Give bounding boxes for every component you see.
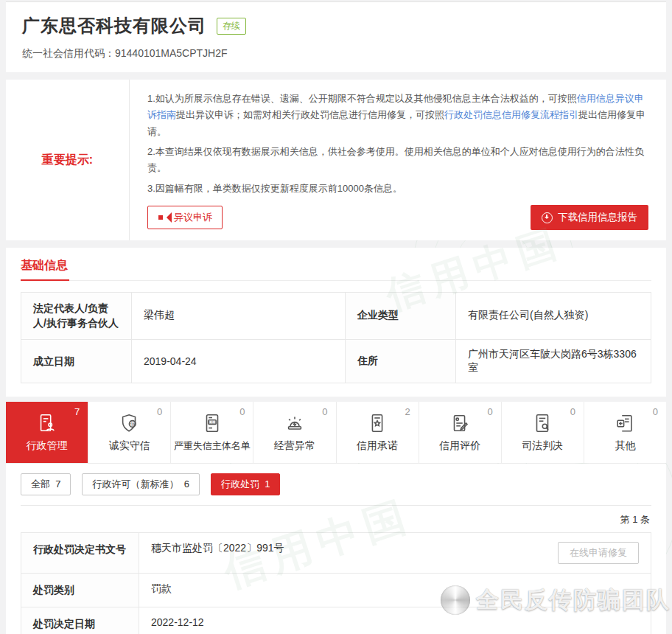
basic-info-title: 基础信息	[21, 259, 68, 271]
legal-rep-value: 梁伟超	[132, 293, 346, 340]
record-index: 第 1 条	[21, 506, 651, 532]
blacklist-icon: 失信人	[201, 412, 223, 434]
address-value: 广州市天河区车陂大岗路6号3栋3306室	[456, 339, 651, 383]
megaphone-icon	[158, 212, 169, 223]
table-row: 法定代表人/负责人/执行事务合伙人 梁伟超 企业类型 有限责任公司(自然人独资)	[21, 293, 651, 340]
tab-admin-management[interactable]: 7 行政管理	[6, 402, 88, 463]
download-icon	[542, 212, 553, 223]
founding-date-value: 2019-04-24	[132, 339, 346, 383]
table-row: 行政处罚决定书文号 穗天市监处罚〔2022〕991号 在线申请修复	[21, 532, 651, 573]
online-repair-button[interactable]: 在线申请修复	[558, 542, 639, 564]
status-badge: 存续	[217, 18, 246, 35]
basic-info-section: 基础信息 法定代表人/负责人/执行事务合伙人 梁伟超 企业类型 有限责任公司(自…	[6, 248, 666, 397]
subtab-admin-license[interactable]: 行政许可（新标准） 6	[82, 473, 199, 495]
company-type-label: 企业类型	[346, 293, 456, 340]
subtab-all[interactable]: 全部 7	[21, 473, 71, 495]
table-row: 处罚决定日期 2022-12-12	[21, 607, 651, 634]
penalty-date-value: 2022-12-12	[139, 607, 651, 634]
address-label: 住所	[346, 339, 456, 383]
table-row: 成立日期 2019-04-24 住所 广州市天河区车陂大岗路6号3栋3306室	[21, 339, 651, 383]
penalty-type-value: 罚款	[139, 573, 651, 607]
subtab-row: 全部 7 行政许可（新标准） 6 行政处罚 1	[21, 464, 651, 506]
penalty-date-label: 处罚决定日期	[21, 607, 139, 634]
svg-text:信: 信	[130, 421, 134, 427]
admin-management-panel: 全部 7 行政许可（新标准） 6 行政处罚 1 第 1 条 行政处罚决定书文号 …	[6, 464, 666, 634]
founding-date-label: 成立日期	[21, 339, 132, 383]
important-notice: 重要提示: 1.如认为所展示信息存在错误、遗漏、公开期限不符合规定以及其他侵犯信…	[6, 80, 666, 240]
section-title-underline	[21, 279, 69, 281]
tab-credit-commitment[interactable]: 2 信用承诺	[337, 402, 419, 463]
judgement-icon	[531, 412, 553, 434]
admin-doc-icon	[36, 412, 58, 434]
download-report-button[interactable]: 下载信用信息报告	[531, 205, 648, 230]
notice-item-3: 3.因篇幅有限，单类数据仅按更新程度展示前10000条信息。	[147, 181, 648, 197]
tab-honesty[interactable]: 0 信 诚实守信	[88, 402, 171, 463]
other-doc-icon	[614, 412, 636, 434]
table-row: 处罚类别 罚款	[21, 573, 651, 607]
company-header: 广东思否科技有限公司 存续 统一社会信用代码：91440101MA5CPTJH2…	[6, 1, 666, 72]
tab-abnormal-operation[interactable]: 0 经营异常	[253, 402, 336, 463]
shield-icon: 信	[119, 412, 141, 434]
company-name: 广东思否科技有限公司	[22, 14, 206, 38]
certificate-icon	[366, 412, 388, 434]
evaluation-icon	[449, 412, 471, 434]
appeal-button[interactable]: 异议申诉	[147, 206, 223, 229]
credit-code: 统一社会信用代码：91440101MA5CPTJH2F	[22, 47, 650, 60]
category-tabs: 7 行政管理 0 信 诚实守信 0 失信人 严重失信主体名单 0	[6, 402, 666, 464]
doc-number-value: 穗天市监处罚〔2022〕991号	[151, 542, 284, 555]
penalty-table: 行政处罚决定书文号 穗天市监处罚〔2022〕991号 在线申请修复 处罚类别 罚…	[21, 532, 651, 634]
tab-blacklist[interactable]: 0 失信人 严重失信主体名单	[171, 402, 253, 463]
svg-text:失信人: 失信人	[208, 420, 217, 424]
basic-info-table: 法定代表人/负责人/执行事务合伙人 梁伟超 企业类型 有限责任公司(自然人独资)…	[21, 292, 651, 383]
alarm-icon	[284, 412, 306, 434]
legal-rep-label: 法定代表人/负责人/执行事务合伙人	[21, 293, 132, 340]
subtab-admin-penalty[interactable]: 行政处罚 1	[211, 473, 280, 495]
penalty-type-label: 处罚类别	[21, 573, 139, 607]
repair-guide-link[interactable]: 行政处罚信息信用修复流程指引	[444, 109, 578, 120]
doc-number-label: 行政处罚决定书文号	[21, 532, 139, 573]
tab-other[interactable]: 0 其他	[584, 402, 666, 463]
tab-judicial-judgement[interactable]: 0 司法判决	[502, 402, 584, 463]
notice-label: 重要提示:	[6, 80, 130, 240]
notice-item-1: 1.如认为所展示信息存在错误、遗漏、公开期限不符合规定以及其他侵犯信息主体合法权…	[147, 91, 648, 140]
company-type-value: 有限责任公司(自然人独资)	[456, 293, 651, 340]
tab-credit-evaluation[interactable]: 0 信用评价	[419, 402, 502, 463]
notice-item-2: 2.本查询结果仅依现有数据展示相关信息，供社会参考使用。使用相关信息的单位和个人…	[147, 144, 648, 177]
